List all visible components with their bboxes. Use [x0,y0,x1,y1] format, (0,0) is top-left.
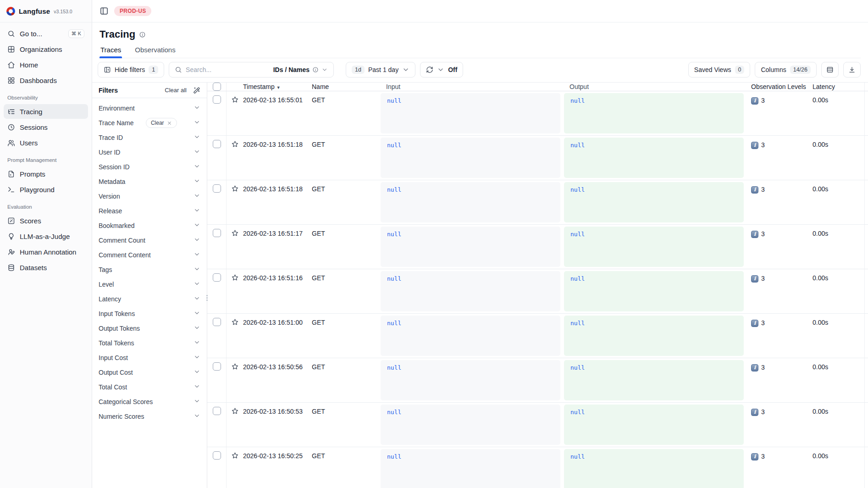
filter-item[interactable]: Categorical Scores [92,394,207,409]
refresh-button[interactable]: Off [420,62,463,78]
sidebar-item-home[interactable]: Home [4,57,88,72]
info-icon[interactable] [139,31,146,38]
row-checkbox[interactable] [213,318,221,326]
filter-item[interactable]: Latency [92,292,207,306]
header-cell-name[interactable]: Name [312,83,381,90]
sidebar-item-tracing[interactable]: Tracing [4,104,88,119]
row-checkbox[interactable] [213,184,221,193]
goto-search[interactable]: Go to... ⌘ K [4,26,88,41]
filter-item[interactable]: Input Tokens [92,306,207,321]
header-cell-latency[interactable]: Latency [813,83,864,90]
tab-traces[interactable]: Traces [100,46,122,58]
sidebar-item-human-annotation[interactable]: Human Annotation [4,244,88,259]
filter-item[interactable]: Output Tokens [92,321,207,336]
star-icon[interactable] [231,185,239,193]
filter-item[interactable]: Input Cost [92,350,207,365]
page-head: Tracing Traces Observations [92,22,868,58]
table-row[interactable]: 2026-02-13 16:55:01 GET null null i 3 0.… [207,91,868,136]
row-checkbox[interactable] [213,362,221,371]
row-checkbox[interactable] [213,140,221,148]
rows-icon [826,66,834,73]
filter-item[interactable]: Numeric Scores [92,409,207,424]
sidebar-item-prompts[interactable]: Prompts [4,166,88,181]
header-cell-timestamp[interactable]: Timestamp▼ [243,83,312,90]
search-scope-dropdown[interactable]: IDs / Names [273,66,328,73]
row-checkbox[interactable] [213,407,221,415]
filter-item[interactable]: Comment Content [92,248,207,262]
filter-item[interactable]: Comment Count [92,233,207,248]
table-row[interactable]: 2026-02-13 16:51:17 GET null null i 3 0.… [207,225,868,269]
table-row[interactable]: 2026-02-13 16:50:56 GET null null i 3 0.… [207,358,868,403]
environment-badge[interactable]: PROD-US [114,6,151,16]
filter-clear-pill[interactable]: Clear [146,118,177,128]
sidebar-item-llm-as-a-judge[interactable]: LLM-as-a-Judge [4,229,88,244]
export-button[interactable] [843,62,861,78]
select-all-checkbox[interactable] [213,83,221,91]
search-box[interactable]: IDs / Names [169,62,334,78]
filter-item-label: Latency [99,295,121,303]
goto-label: Go to... [20,30,42,38]
filter-item[interactable]: Tags [92,262,207,277]
row-checkbox[interactable] [213,95,221,104]
table-row[interactable]: 2026-02-13 16:50:53 GET null null i 3 0.… [207,403,868,447]
header-cell-output[interactable]: Output [564,83,747,90]
row-height-button[interactable] [821,62,839,78]
clear-all-button[interactable]: Clear all [165,87,187,94]
row-checkbox[interactable] [213,273,221,282]
filter-item[interactable]: Metadata [92,174,207,189]
chevron-down-icon [194,104,200,111]
wand-sparkles-icon[interactable] [193,87,200,94]
sidebar-item-organizations[interactable]: Organizations [4,42,88,56]
filter-item[interactable]: Total Cost [92,380,207,394]
header-cell-input[interactable]: Input [381,83,564,90]
sidebar-item-playground[interactable]: Playground [4,182,88,197]
filters-resize-handle[interactable] [205,292,209,304]
table-row[interactable]: 2026-02-13 16:51:18 GET null null i 3 0.… [207,136,868,180]
timerange-badge: 1d [352,66,365,74]
filter-chevron [194,280,200,288]
filter-item[interactable]: Environment [92,101,207,116]
grid-icon [7,45,15,53]
sidebar-item-datasets[interactable]: Datasets [4,260,88,275]
header-cell-observation-levels[interactable]: Observation Levels [747,83,813,90]
sidebar-item-users[interactable]: Users [4,135,88,150]
filter-item[interactable]: Trace Name Clear [92,116,207,130]
trace-timestamp: 2026-02-13 16:50:56 [243,358,312,371]
table-row[interactable]: 2026-02-13 16:51:00 GET null null i 3 0.… [207,314,868,358]
table-row[interactable]: 2026-02-13 16:50:25 GET null null i 3 0.… [207,447,868,488]
star-icon[interactable] [231,140,239,148]
panel-left-icon[interactable] [100,6,109,16]
columns-button[interactable]: Columns 14/26 [755,62,817,78]
star-icon[interactable] [231,229,239,237]
star-icon[interactable] [231,274,239,282]
filter-item[interactable]: Session ID [92,160,207,174]
sidebar-item-scores[interactable]: Scores [4,213,88,228]
star-icon[interactable] [231,318,239,326]
trace-latency: 0.00s [813,180,864,193]
tab-observations[interactable]: Observations [134,46,176,58]
row-checkbox[interactable] [213,451,221,460]
filter-item[interactable]: Release [92,204,207,218]
star-icon[interactable] [231,407,239,415]
sidebar-item-sessions[interactable]: Sessions [4,120,88,134]
filter-item[interactable]: User ID [92,145,207,160]
table-row[interactable]: 2026-02-13 16:51:16 GET null null i 3 0.… [207,269,868,314]
chevron-down-icon [194,133,200,140]
star-icon[interactable] [231,363,239,371]
row-checkbox[interactable] [213,229,221,237]
hide-filters-button[interactable]: Hide filters 1 [98,62,164,78]
filter-item[interactable]: Output Cost [92,365,207,380]
filter-item[interactable]: Version [92,189,207,204]
sidebar-item-dashboards[interactable]: Dashboards [4,73,88,88]
timerange-button[interactable]: 1d Past 1 day [346,62,415,78]
saved-views-button[interactable]: Saved Views 0 [688,62,751,78]
filter-item[interactable]: Level [92,277,207,292]
filter-item[interactable]: Total Tokens [92,336,207,350]
filter-item[interactable]: Trace ID [92,130,207,145]
search-input[interactable] [186,66,270,73]
observation-level-count: 3 [761,319,765,327]
star-icon[interactable] [231,96,239,104]
table-row[interactable]: 2026-02-13 16:51:18 GET null null i 3 0.… [207,180,868,225]
star-icon[interactable] [231,452,239,460]
filter-item[interactable]: Bookmarked [92,218,207,233]
